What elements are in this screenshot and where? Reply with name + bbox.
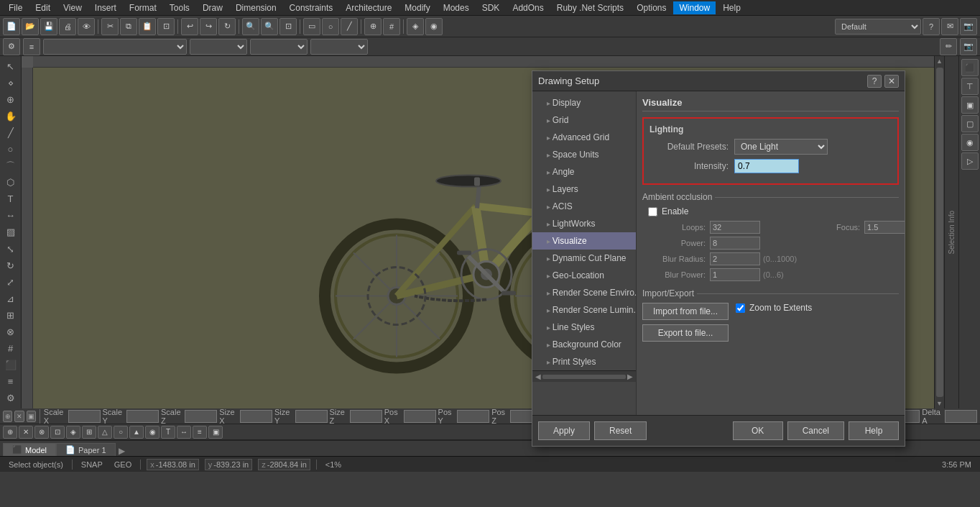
- circle-tool[interactable]: ○: [2, 142, 19, 157]
- power-input[interactable]: [710, 237, 760, 250]
- zoom-tool[interactable]: ⊕: [2, 92, 19, 107]
- settings-tool[interactable]: ⚙: [2, 390, 19, 406]
- layer-select[interactable]: [43, 39, 187, 55]
- scale-tool[interactable]: ⤢: [2, 275, 19, 290]
- menu-architecture[interactable]: Architecture: [340, 1, 397, 14]
- menu-view[interactable]: View: [57, 1, 88, 14]
- snap-btn7[interactable]: △: [98, 426, 112, 439]
- pan-tool[interactable]: ✋: [2, 109, 19, 124]
- undo-btn[interactable]: ↩: [181, 18, 198, 35]
- menu-window[interactable]: Window: [673, 1, 716, 14]
- circ-btn[interactable]: ○: [322, 18, 339, 35]
- help-footer-btn[interactable]: Help: [849, 421, 899, 440]
- repeat-btn[interactable]: ↻: [218, 18, 236, 35]
- view3d-btn[interactable]: ⬛: [961, 59, 979, 76]
- nav-scroll-bar[interactable]: ◀ ▶: [532, 370, 636, 382]
- paste-btn[interactable]: 📋: [139, 18, 156, 35]
- blur-radius-input[interactable]: [710, 252, 760, 265]
- nav-scrollbar-track[interactable]: [542, 375, 626, 379]
- scale-y-input[interactable]: [126, 410, 159, 423]
- menu-insert[interactable]: Insert: [89, 1, 122, 14]
- realtime-btn[interactable]: ▷: [961, 152, 979, 170]
- camera-btn[interactable]: 📷: [960, 18, 977, 35]
- focus-input[interactable]: [864, 221, 905, 234]
- nav-visualize[interactable]: Visualize: [532, 232, 636, 250]
- settings-btn[interactable]: ⚙: [3, 38, 20, 55]
- zoom-in-btn[interactable]: 🔍: [242, 18, 259, 35]
- snap-btn3[interactable]: ⊗: [34, 426, 49, 439]
- 3d-tool[interactable]: ⬛: [2, 357, 19, 373]
- hatch-tool[interactable]: ▨: [2, 224, 19, 239]
- nav-acis[interactable]: ACIS: [532, 198, 636, 215]
- nav-display[interactable]: Display: [532, 94, 636, 111]
- size-y-input[interactable]: [295, 410, 328, 423]
- nav-bg-color[interactable]: Background Color: [532, 336, 636, 353]
- help-btn[interactable]: ?: [923, 18, 940, 35]
- lock-icon[interactable]: ▣: [27, 411, 36, 422]
- mirror-tool[interactable]: ⊿: [2, 291, 19, 306]
- style-select[interactable]: [310, 39, 368, 55]
- pos-x-input[interactable]: [404, 410, 436, 423]
- grid-tool[interactable]: #: [2, 341, 19, 356]
- nav-advanced-grid[interactable]: Advanced Grid: [532, 129, 636, 146]
- scroll-down-arrow[interactable]: ▼: [936, 400, 943, 407]
- cancel-btn[interactable]: Cancel: [787, 421, 844, 440]
- nav-print-styles[interactable]: Print Styles: [532, 353, 636, 370]
- nav-dynamic-cut[interactable]: Dynamic Cut Plane: [532, 250, 636, 267]
- zoom-out-btn[interactable]: 🔍: [261, 18, 278, 35]
- del-icon[interactable]: ✕: [14, 411, 24, 422]
- menu-addons[interactable]: AddOns: [507, 1, 549, 14]
- nav-scroll-left[interactable]: ◀: [535, 373, 541, 380]
- dim-tool[interactable]: ↔: [2, 208, 19, 223]
- enable-checkbox[interactable]: [648, 207, 657, 216]
- menu-format[interactable]: Format: [124, 1, 162, 14]
- snap-btn6[interactable]: ⊞: [82, 426, 96, 439]
- default-presets-select[interactable]: One Light Two Lights Three Lights Custom: [734, 139, 828, 155]
- polygon-tool[interactable]: ⬡: [2, 175, 19, 190]
- blur-power-input[interactable]: [710, 268, 760, 281]
- menu-dimension[interactable]: Dimension: [230, 1, 282, 14]
- size-z-input[interactable]: [350, 410, 382, 423]
- bool-tool[interactable]: ⊗: [2, 324, 19, 339]
- rotate-tool[interactable]: ↻: [2, 258, 19, 273]
- reset-btn[interactable]: Reset: [594, 421, 647, 440]
- menu-file[interactable]: File: [3, 1, 28, 14]
- zoom-extents-checkbox[interactable]: [736, 303, 745, 313]
- snap-btn[interactable]: ⊕: [364, 18, 382, 35]
- render-view-btn[interactable]: ◉: [961, 134, 979, 151]
- select-tool[interactable]: ↖: [2, 59, 19, 74]
- menu-modes[interactable]: Modes: [438, 1, 475, 14]
- copy-btn[interactable]: ⧉: [120, 18, 137, 35]
- nav-geo[interactable]: Geo-Location: [532, 267, 636, 284]
- menu-tools[interactable]: Tools: [164, 1, 195, 14]
- import-from-file-btn[interactable]: Import from file...: [642, 303, 729, 320]
- menu-sdk[interactable]: SDK: [476, 1, 506, 14]
- rect-btn[interactable]: ▭: [303, 18, 320, 35]
- nav-scroll-right[interactable]: ▶: [627, 373, 633, 380]
- dialog-help-btn[interactable]: ?: [867, 75, 882, 88]
- text-tool[interactable]: T: [2, 191, 19, 206]
- grid-btn[interactable]: #: [383, 18, 400, 35]
- new-btn[interactable]: 📄: [3, 18, 20, 35]
- menu-draw[interactable]: Draw: [197, 1, 228, 14]
- array-tool[interactable]: ⊞: [2, 308, 19, 323]
- menu-help[interactable]: Help: [717, 1, 746, 14]
- camera2-btn[interactable]: 📷: [960, 38, 977, 55]
- visualize-btn[interactable]: ◉: [425, 18, 443, 35]
- print-btn[interactable]: 🖨: [59, 18, 76, 35]
- pencil-btn[interactable]: ✏: [940, 38, 957, 55]
- msg-btn[interactable]: ✉: [941, 18, 958, 35]
- extras-tool[interactable]: ≡: [2, 374, 19, 389]
- viewfront-btn[interactable]: ▣: [961, 96, 979, 114]
- scale-z-input[interactable]: [185, 410, 217, 423]
- scroll-up-arrow[interactable]: ▲: [936, 58, 943, 65]
- viewtop-btn[interactable]: ⊤: [961, 78, 979, 95]
- redo-btn[interactable]: ↪: [200, 18, 217, 35]
- tab-model[interactable]: ⬛ Model: [3, 443, 56, 456]
- line-btn[interactable]: ╱: [341, 18, 358, 35]
- line-tool[interactable]: ╱: [2, 125, 19, 140]
- color-select[interactable]: [190, 39, 247, 55]
- dialog-close-btn[interactable]: ✕: [884, 75, 899, 88]
- viewright-btn[interactable]: ▢: [961, 115, 979, 132]
- scale-x-input[interactable]: [68, 410, 101, 423]
